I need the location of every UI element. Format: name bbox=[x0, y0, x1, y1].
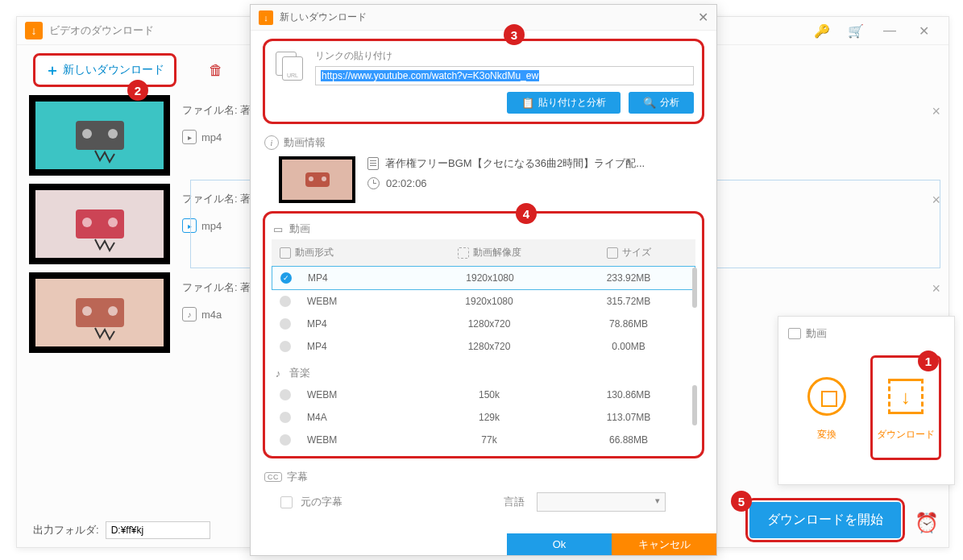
radio-icon bbox=[280, 412, 291, 423]
scrollbar[interactable] bbox=[692, 385, 697, 425]
side-panel: 動画 変換 ダウンロード bbox=[778, 316, 955, 485]
format-row[interactable]: MP41280x72078.86MB bbox=[272, 313, 695, 335]
license-key-icon[interactable]: 🔑 bbox=[805, 19, 839, 43]
format-row[interactable]: M4A129k113.07MB bbox=[272, 406, 695, 429]
start-download-wrapper: ダウンロードを開始 bbox=[745, 498, 905, 542]
convert-icon bbox=[807, 377, 846, 416]
new-download-label: 新しいダウンロード bbox=[63, 63, 164, 77]
size-col-icon bbox=[607, 247, 618, 259]
format-row[interactable]: WEBM77k66.88MB bbox=[272, 429, 695, 451]
plus-icon: ＋ bbox=[45, 60, 60, 80]
remove-item-icon[interactable]: × bbox=[932, 280, 940, 297]
video-info-header: i 動画情報 bbox=[263, 132, 704, 156]
original-subtitle-label: 元の字幕 bbox=[301, 495, 342, 509]
format-row[interactable]: ✓MP41920x1080233.92MB bbox=[272, 266, 695, 290]
analyze-button[interactable]: 🔍分析 bbox=[629, 92, 694, 114]
output-folder-input[interactable] bbox=[106, 521, 210, 539]
footer: 出力フォルダ: bbox=[33, 521, 210, 539]
callout-badge-4: 4 bbox=[516, 203, 537, 224]
cc-icon: CC bbox=[264, 472, 282, 482]
video-icon bbox=[788, 328, 801, 339]
format-text: m4a bbox=[201, 309, 222, 321]
remove-item-icon[interactable]: × bbox=[932, 192, 940, 209]
radio-icon bbox=[280, 296, 291, 307]
new-download-dialog: ↓ 新しいダウンロード ✕ URL リンクの貼り付け https://www.y… bbox=[250, 4, 717, 556]
format-icon: ▸ bbox=[182, 218, 197, 233]
video-info: 著作権フリーBGM【クセになる36曲2時間】ライブ配... 02:02:06 bbox=[263, 156, 704, 211]
info-icon: i bbox=[264, 135, 279, 150]
language-select[interactable] bbox=[537, 492, 666, 512]
minimize-button[interactable]: — bbox=[873, 19, 907, 43]
format-row[interactable]: WEBM1920x1080315.72MB bbox=[272, 290, 695, 313]
link-paste-label: リンクの貼り付け bbox=[315, 49, 694, 63]
dialog-title: 新しいダウンロード bbox=[280, 10, 367, 24]
format-text: mp4 bbox=[201, 220, 222, 232]
video-icon: ▭ bbox=[272, 222, 284, 235]
format-row[interactable]: WEBM150k130.86MB bbox=[272, 384, 695, 406]
document-icon bbox=[367, 157, 379, 170]
original-subtitle-checkbox[interactable] bbox=[280, 496, 293, 508]
format-col-icon bbox=[280, 247, 291, 259]
radio-icon bbox=[280, 341, 291, 352]
main-title: ビデオのダウンロード bbox=[49, 23, 154, 38]
paste-icon: 📋 bbox=[521, 97, 534, 109]
paste-analyze-button[interactable]: 📋貼り付けと分析 bbox=[507, 92, 621, 114]
alarm-icon[interactable]: ⏰ bbox=[915, 512, 939, 534]
format-text: mp4 bbox=[201, 131, 222, 143]
video-thumbnail bbox=[279, 156, 355, 203]
url-icon: URL bbox=[273, 49, 307, 83]
format-icon: ♪ bbox=[182, 307, 197, 321]
dialog-titlebar: ↓ 新しいダウンロード ✕ bbox=[251, 5, 716, 31]
video-title: 著作権フリーBGM【クセになる36曲2時間】ライブ配... bbox=[385, 156, 645, 171]
dialog-footer: Ok キャンセル bbox=[251, 533, 716, 555]
output-folder-label: 出力フォルダ: bbox=[33, 523, 99, 537]
scrollbar[interactable] bbox=[692, 268, 697, 308]
cancel-button[interactable]: キャンセル bbox=[612, 533, 716, 555]
search-icon: 🔍 bbox=[643, 97, 656, 109]
format-table-header: 動画形式 動画解像度 サイズ bbox=[272, 239, 695, 266]
music-icon: ♪ bbox=[272, 367, 284, 380]
audio-formats-header: ♪ 音楽 bbox=[272, 363, 695, 384]
formats-section: ▭ 動画 動画形式 動画解像度 サイズ ✓MP41920x1080233.92M… bbox=[263, 211, 704, 458]
language-label: 言語 bbox=[504, 495, 525, 509]
close-button[interactable]: ✕ bbox=[907, 19, 940, 43]
callout-badge-1: 1 bbox=[918, 351, 939, 371]
clock-icon bbox=[367, 177, 380, 189]
app-logo-icon: ↓ bbox=[25, 22, 43, 39]
dialog-logo-icon: ↓ bbox=[259, 10, 273, 25]
dialog-close-icon[interactable]: ✕ bbox=[698, 10, 708, 25]
thumbnail bbox=[29, 95, 170, 176]
callout-badge-2: 2 bbox=[127, 80, 148, 101]
radio-selected-icon: ✓ bbox=[280, 272, 292, 284]
radio-icon bbox=[280, 434, 291, 446]
radio-icon bbox=[280, 389, 291, 400]
new-download-button[interactable]: ＋ 新しいダウンロード bbox=[33, 53, 176, 87]
subtitle-section: CC字幕 元の字幕 言語 bbox=[263, 465, 704, 516]
download-icon bbox=[888, 379, 924, 414]
format-icon: ▸ bbox=[182, 130, 197, 144]
video-duration: 02:02:06 bbox=[386, 177, 427, 189]
thumbnail bbox=[29, 272, 170, 353]
ok-button[interactable]: Ok bbox=[507, 533, 612, 555]
convert-button[interactable]: 変換 bbox=[791, 355, 862, 460]
url-input[interactable]: https://www.youtube.com/watch?v=K3oNkdMu… bbox=[315, 66, 694, 85]
remove-item-icon[interactable]: × bbox=[932, 103, 940, 120]
radio-icon bbox=[280, 318, 291, 330]
video-formats-header: ▭ 動画 bbox=[272, 218, 695, 239]
link-section: URL リンクの貼り付け https://www.youtube.com/wat… bbox=[263, 39, 704, 124]
format-row[interactable]: MP41280x7200.00MB bbox=[272, 335, 695, 358]
start-download-button[interactable]: ダウンロードを開始 bbox=[749, 502, 901, 538]
delete-icon[interactable]: 🗑 bbox=[209, 62, 223, 79]
thumbnail bbox=[29, 184, 170, 264]
callout-badge-3: 3 bbox=[504, 24, 525, 45]
resolution-col-icon bbox=[458, 247, 469, 259]
cart-icon[interactable]: 🛒 bbox=[839, 19, 873, 43]
callout-badge-5: 5 bbox=[731, 491, 752, 512]
